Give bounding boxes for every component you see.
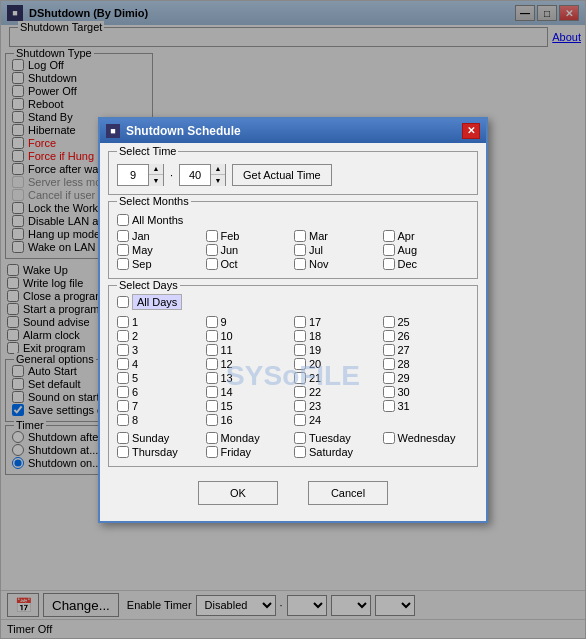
day-27[interactable]: 27	[383, 344, 470, 356]
day-4[interactable]: 4	[117, 358, 204, 370]
minute-spinner[interactable]: ▲ ▼	[179, 164, 226, 186]
days-numeric-grid: 1 9 17 25 2 10 18 26 3 11 19 27 4 12	[117, 316, 469, 426]
modal-icon: ■	[106, 124, 120, 138]
day-30[interactable]: 30	[383, 386, 470, 398]
day-7[interactable]: 7	[117, 400, 204, 412]
all-months-row: All Months	[117, 214, 469, 226]
day-5[interactable]: 5	[117, 372, 204, 384]
modal-body: Select Time ▲ ▼ ·	[100, 143, 486, 521]
select-time-group: Select Time ▲ ▼ ·	[108, 151, 478, 195]
day-26[interactable]: 26	[383, 330, 470, 342]
day-17[interactable]: 17	[294, 316, 381, 328]
modal-footer: OK Cancel	[108, 473, 478, 513]
modal-close-button[interactable]: ✕	[462, 123, 480, 139]
day-25[interactable]: 25	[383, 316, 470, 328]
hour-down-button[interactable]: ▼	[149, 175, 163, 186]
day-28[interactable]: 28	[383, 358, 470, 370]
month-feb[interactable]: Feb	[206, 230, 293, 242]
modal-title-group: ■ Shutdown Schedule	[106, 124, 241, 138]
get-actual-time-button[interactable]: Get Actual Time	[232, 164, 332, 186]
minute-up-button[interactable]: ▲	[211, 164, 225, 175]
day-thursday[interactable]: Thursday	[117, 446, 204, 458]
day-10[interactable]: 10	[206, 330, 293, 342]
day-18[interactable]: 18	[294, 330, 381, 342]
all-days-checkbox[interactable]	[117, 296, 129, 308]
minute-input[interactable]	[180, 165, 210, 185]
all-days-option[interactable]: All Days	[117, 294, 469, 310]
day-12[interactable]: 12	[206, 358, 293, 370]
day-20[interactable]: 20	[294, 358, 381, 370]
month-may[interactable]: May	[117, 244, 204, 256]
day-1[interactable]: 1	[117, 316, 204, 328]
hour-up-button[interactable]: ▲	[149, 164, 163, 175]
hour-input[interactable]	[118, 165, 148, 185]
time-separator: ·	[170, 169, 173, 181]
minute-down-button[interactable]: ▼	[211, 175, 225, 186]
day-21[interactable]: 21	[294, 372, 381, 384]
day-8[interactable]: 8	[117, 414, 204, 426]
select-time-label: Select Time	[117, 145, 178, 157]
cancel-button[interactable]: Cancel	[308, 481, 388, 505]
day-tuesday[interactable]: Tuesday	[294, 432, 381, 444]
hour-spin-buttons: ▲ ▼	[148, 164, 163, 186]
modal-title-bar: ■ Shutdown Schedule ✕	[100, 119, 486, 143]
hour-spinner[interactable]: ▲ ▼	[117, 164, 164, 186]
time-row: ▲ ▼ · ▲ ▼ Get Actual Time	[117, 164, 469, 186]
month-aug[interactable]: Aug	[383, 244, 470, 256]
modal-overlay: ■ Shutdown Schedule ✕ Select Time ▲	[1, 1, 585, 638]
month-mar[interactable]: Mar	[294, 230, 381, 242]
all-months-text: All Months	[132, 214, 183, 226]
day-saturday[interactable]: Saturday	[294, 446, 381, 458]
month-jun[interactable]: Jun	[206, 244, 293, 256]
day-31[interactable]: 31	[383, 400, 470, 412]
all-months-option[interactable]: All Months	[117, 214, 469, 226]
select-months-group: Select Months All Months Jan Feb Mar Apr…	[108, 201, 478, 279]
day-sunday[interactable]: Sunday	[117, 432, 204, 444]
select-days-group: Select Days SYSoFILE All Days 1 9 17 25	[108, 285, 478, 467]
minute-spin-buttons: ▲ ▼	[210, 164, 225, 186]
day-9[interactable]: 9	[206, 316, 293, 328]
weekdays-grid: Sunday Monday Tuesday Wednesday Thursday…	[117, 432, 469, 458]
day-2[interactable]: 2	[117, 330, 204, 342]
day-19[interactable]: 19	[294, 344, 381, 356]
ok-button[interactable]: OK	[198, 481, 278, 505]
day-monday[interactable]: Monday	[206, 432, 293, 444]
day-friday[interactable]: Friday	[206, 446, 293, 458]
shutdown-schedule-modal: ■ Shutdown Schedule ✕ Select Time ▲	[98, 117, 488, 523]
all-days-row: All Days	[117, 294, 469, 310]
month-oct[interactable]: Oct	[206, 258, 293, 270]
day-23[interactable]: 23	[294, 400, 381, 412]
day-29[interactable]: 29	[383, 372, 470, 384]
month-jan[interactable]: Jan	[117, 230, 204, 242]
day-16[interactable]: 16	[206, 414, 293, 426]
all-months-checkbox[interactable]	[117, 214, 129, 226]
day-3[interactable]: 3	[117, 344, 204, 356]
select-days-label: Select Days	[117, 279, 180, 291]
all-days-text: All Days	[132, 294, 182, 310]
day-wednesday[interactable]: Wednesday	[383, 432, 470, 444]
day-14[interactable]: 14	[206, 386, 293, 398]
day-11[interactable]: 11	[206, 344, 293, 356]
day-6[interactable]: 6	[117, 386, 204, 398]
month-jul[interactable]: Jul	[294, 244, 381, 256]
day-24[interactable]: 24	[294, 414, 381, 426]
month-sep[interactable]: Sep	[117, 258, 204, 270]
months-grid: Jan Feb Mar Apr May Jun Jul Aug Sep Oct …	[117, 230, 469, 270]
day-22[interactable]: 22	[294, 386, 381, 398]
month-nov[interactable]: Nov	[294, 258, 381, 270]
month-apr[interactable]: Apr	[383, 230, 470, 242]
month-dec[interactable]: Dec	[383, 258, 470, 270]
day-13[interactable]: 13	[206, 372, 293, 384]
modal-title-text: Shutdown Schedule	[126, 124, 241, 138]
select-months-label: Select Months	[117, 195, 191, 207]
day-15[interactable]: 15	[206, 400, 293, 412]
